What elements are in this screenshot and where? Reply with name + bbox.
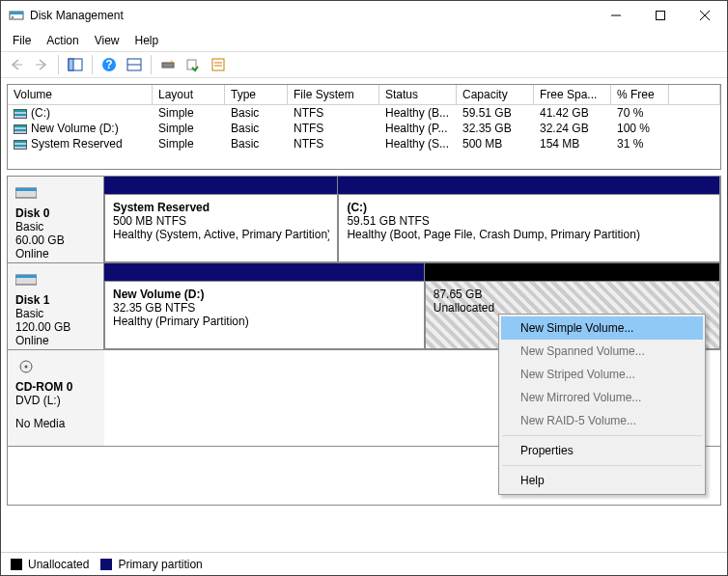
partition-status: Healthy (System, Active, Primary Partiti… (113, 228, 329, 241)
app-icon (9, 8, 24, 23)
disk-row: Disk 0 Basic 60.00 GB Online System Rese… (8, 177, 720, 263)
svg-point-23 (25, 366, 28, 369)
partition-size: 87.65 GB (434, 288, 712, 301)
legend-swatch-primary (100, 559, 112, 570)
refresh-button[interactable] (156, 53, 180, 76)
table-row[interactable]: (C:) Simple Basic NTFS Healthy (B... 59.… (8, 105, 720, 121)
partition-size: 32.35 GB NTFS (113, 301, 416, 315)
table-row[interactable]: New Volume (D:) Simple Basic NTFS Health… (8, 121, 720, 136)
col-capacity[interactable]: Capacity (457, 85, 534, 105)
menu-separator (502, 435, 702, 436)
cell-layout: Simple (153, 121, 225, 136)
menu-new-raid5-volume: New RAID-5 Volume... (501, 409, 703, 432)
cell-volume: System Reserved (31, 137, 123, 151)
cell-free: 41.42 GB (534, 105, 611, 121)
disk-type: Basic (15, 220, 96, 233)
disk-size: 120.00 GB (15, 320, 96, 334)
help-button[interactable]: ? (98, 53, 121, 76)
menu-help[interactable]: Help (501, 469, 703, 492)
properties-button[interactable] (207, 53, 230, 76)
partition-system-reserved[interactable]: System Reserved 500 MB NTFS Healthy (Sys… (104, 194, 338, 262)
views-button[interactable] (123, 53, 146, 76)
menu-new-simple-volume[interactable]: New Simple Volume... (501, 316, 703, 340)
disk-status: No Media (15, 417, 97, 430)
minimize-button[interactable] (594, 1, 638, 30)
partition-c[interactable]: (C:) 59.51 GB NTFS Healthy (Boot, Page F… (338, 194, 720, 262)
cell-pct: 31 % (611, 136, 669, 151)
volume-icon (14, 140, 27, 150)
col-volume[interactable]: Volume (8, 85, 153, 105)
cell-type: Basic (225, 105, 288, 121)
svg-text:?: ? (105, 58, 112, 71)
col-layout[interactable]: Layout (153, 85, 225, 105)
volume-list[interactable]: Volume Layout Type File System Status Ca… (7, 84, 721, 170)
disk-name: CD-ROM 0 (15, 380, 97, 394)
disk-info[interactable]: Disk 0 Basic 60.00 GB Online (8, 177, 104, 262)
forward-button[interactable] (30, 53, 53, 76)
col-type[interactable]: Type (225, 85, 288, 105)
menu-view[interactable]: View (87, 32, 127, 49)
rescan-button[interactable] (182, 53, 205, 76)
menu-action[interactable]: Action (39, 32, 86, 49)
menu-file[interactable]: File (5, 32, 39, 49)
cell-volume: (C:) (31, 106, 50, 120)
cell-pct: 100 % (611, 121, 669, 136)
disk-info[interactable]: Disk 1 Basic 120.00 GB Online (8, 263, 104, 349)
toolbar-separator (151, 55, 152, 74)
menu-new-mirrored-volume: New Mirrored Volume... (501, 386, 703, 409)
menu-properties[interactable]: Properties (501, 439, 703, 462)
volume-icon (14, 109, 27, 119)
col-percent-free[interactable]: % Free (611, 85, 669, 105)
svg-rect-8 (69, 59, 73, 70)
toolbar: ? (1, 51, 727, 78)
cell-status: Healthy (P... (379, 121, 457, 136)
cell-free: 154 MB (534, 136, 611, 151)
disk-icon (15, 273, 37, 287)
cell-status: Healthy (B... (379, 105, 457, 121)
cell-volume: New Volume (D:) (31, 122, 119, 135)
disk-name: Disk 0 (15, 206, 96, 220)
col-status[interactable]: Status (379, 85, 457, 105)
menu-separator (502, 465, 702, 466)
partition-status: Healthy (Boot, Page File, Crash Dump, Pr… (347, 228, 712, 241)
table-row[interactable]: System Reserved Simple Basic NTFS Health… (8, 136, 720, 151)
back-button[interactable] (5, 53, 28, 76)
col-free-space[interactable]: Free Spa... (534, 85, 611, 105)
title-bar: Disk Management (1, 1, 727, 30)
cell-layout: Simple (153, 136, 225, 151)
disk-info[interactable]: CD-ROM 0 DVD (L:) No Media (8, 350, 104, 446)
col-filesystem[interactable]: File System (288, 85, 379, 105)
partition-status: Unallocated (434, 301, 712, 315)
svg-rect-4 (657, 12, 665, 20)
legend: Unallocated Primary partition (1, 552, 727, 575)
menu-new-striped-volume: New Striped Volume... (501, 363, 703, 386)
table-header: Volume Layout Type File System Status Ca… (8, 85, 720, 105)
legend-swatch-unallocated (11, 559, 22, 570)
svg-rect-15 (212, 59, 224, 70)
partition-d[interactable]: New Volume (D:) 32.35 GB NTFS Healthy (P… (104, 281, 425, 349)
show-hide-console-button[interactable] (64, 53, 87, 76)
svg-rect-21 (15, 275, 37, 278)
partition-header-bar (425, 263, 720, 281)
partition-size: 59.51 GB NTFS (347, 214, 712, 228)
cell-layout: Simple (153, 105, 225, 121)
cell-capacity: 59.51 GB (457, 105, 534, 121)
context-menu: New Simple Volume... New Spanned Volume.… (498, 314, 706, 495)
partition-header-bar (338, 177, 720, 194)
menu-help[interactable]: Help (127, 32, 167, 49)
partition-name: New Volume (D:) (113, 288, 416, 301)
partition-header-bar (104, 177, 338, 194)
col-spacer (669, 85, 720, 105)
close-button[interactable] (683, 1, 727, 30)
cell-capacity: 32.35 GB (457, 121, 534, 136)
disk-type: Basic (15, 307, 96, 320)
cdrom-icon (15, 360, 37, 373)
menu-new-spanned-volume: New Spanned Volume... (501, 340, 703, 363)
svg-rect-13 (162, 63, 174, 68)
cell-free: 32.24 GB (534, 121, 611, 136)
cell-capacity: 500 MB (457, 136, 534, 151)
partition-header-bar (104, 263, 425, 281)
cell-fs: NTFS (288, 121, 379, 136)
maximize-button[interactable] (638, 1, 683, 30)
disk-icon (15, 186, 37, 200)
